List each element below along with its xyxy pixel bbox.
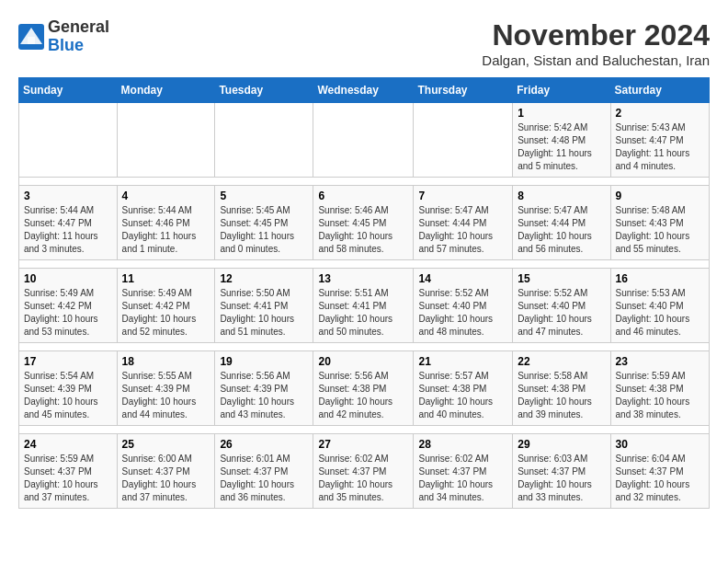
day-info: Sunrise: 6:03 AM Sunset: 4:37 PM Dayligh… [518, 453, 605, 504]
day-info: Sunrise: 5:57 AM Sunset: 4:38 PM Dayligh… [418, 370, 507, 421]
calendar-cell: 14Sunrise: 5:52 AM Sunset: 4:40 PM Dayli… [414, 269, 513, 343]
calendar-cell: 25Sunrise: 6:00 AM Sunset: 4:37 PM Dayli… [117, 434, 215, 509]
day-number: 7 [418, 190, 507, 202]
calendar-cell: 28Sunrise: 6:02 AM Sunset: 4:37 PM Dayli… [414, 434, 513, 509]
calendar-cell: 5Sunrise: 5:45 AM Sunset: 4:45 PM Daylig… [215, 186, 313, 260]
row-divider [19, 426, 710, 434]
day-number: 2 [616, 107, 704, 120]
calendar-cell: 26Sunrise: 6:01 AM Sunset: 4:37 PM Dayli… [215, 434, 313, 509]
day-number: 25 [122, 438, 210, 451]
calendar-week-row: 24Sunrise: 5:59 AM Sunset: 4:37 PM Dayli… [19, 434, 710, 509]
weekday-row: SundayMondayTuesdayWednesdayThursdayFrid… [19, 78, 710, 103]
day-info: Sunrise: 6:02 AM Sunset: 4:37 PM Dayligh… [418, 453, 507, 504]
calendar-cell: 19Sunrise: 5:56 AM Sunset: 4:39 PM Dayli… [215, 351, 313, 426]
calendar-cell: 15Sunrise: 5:52 AM Sunset: 4:40 PM Dayli… [513, 269, 610, 343]
calendar-title: November 2024 [482, 18, 710, 52]
calendar-cell: 9Sunrise: 5:48 AM Sunset: 4:43 PM Daylig… [610, 186, 709, 260]
row-divider [19, 178, 710, 186]
calendar-cell: 11Sunrise: 5:49 AM Sunset: 4:42 PM Dayli… [117, 269, 215, 343]
calendar-cell: 3Sunrise: 5:44 AM Sunset: 4:47 PM Daylig… [19, 186, 118, 260]
day-number: 24 [24, 438, 112, 451]
calendar-cell: 27Sunrise: 6:02 AM Sunset: 4:37 PM Dayli… [313, 434, 414, 509]
day-info: Sunrise: 5:54 AM Sunset: 4:39 PM Dayligh… [24, 370, 112, 421]
weekday-header: Friday [513, 78, 610, 103]
day-info: Sunrise: 5:42 AM Sunset: 4:48 PM Dayligh… [518, 121, 605, 173]
day-info: Sunrise: 5:56 AM Sunset: 4:39 PM Dayligh… [220, 370, 308, 421]
day-info: Sunrise: 6:02 AM Sunset: 4:37 PM Dayligh… [318, 453, 408, 504]
day-info: Sunrise: 5:46 AM Sunset: 4:45 PM Dayligh… [318, 204, 408, 256]
calendar-table: SundayMondayTuesdayWednesdayThursdayFrid… [18, 77, 710, 509]
calendar-week-row: 17Sunrise: 5:54 AM Sunset: 4:39 PM Dayli… [19, 351, 710, 426]
calendar-cell: 13Sunrise: 5:51 AM Sunset: 4:41 PM Dayli… [313, 269, 414, 343]
day-number: 11 [122, 272, 210, 285]
day-info: Sunrise: 5:48 AM Sunset: 4:43 PM Dayligh… [616, 204, 704, 256]
day-number: 28 [418, 438, 507, 451]
calendar-cell [215, 103, 313, 178]
weekday-header: Thursday [414, 78, 513, 103]
day-info: Sunrise: 5:45 AM Sunset: 4:45 PM Dayligh… [220, 204, 308, 256]
day-info: Sunrise: 6:04 AM Sunset: 4:37 PM Dayligh… [616, 453, 704, 504]
calendar-cell: 16Sunrise: 5:53 AM Sunset: 4:40 PM Dayli… [610, 269, 709, 343]
day-info: Sunrise: 5:58 AM Sunset: 4:38 PM Dayligh… [518, 370, 605, 421]
calendar-cell: 7Sunrise: 5:47 AM Sunset: 4:44 PM Daylig… [414, 186, 513, 260]
day-info: Sunrise: 5:56 AM Sunset: 4:38 PM Dayligh… [318, 370, 408, 421]
calendar-body: 1Sunrise: 5:42 AM Sunset: 4:48 PM Daylig… [19, 103, 710, 509]
calendar-cell: 21Sunrise: 5:57 AM Sunset: 4:38 PM Dayli… [414, 351, 513, 426]
calendar-cell: 23Sunrise: 5:59 AM Sunset: 4:38 PM Dayli… [610, 351, 709, 426]
day-number: 14 [418, 272, 507, 285]
calendar-cell: 22Sunrise: 5:58 AM Sunset: 4:38 PM Dayli… [513, 351, 610, 426]
day-number: 1 [518, 107, 605, 120]
day-number: 12 [220, 272, 308, 285]
day-number: 27 [318, 438, 408, 451]
day-number: 29 [518, 438, 605, 451]
calendar-cell: 30Sunrise: 6:04 AM Sunset: 4:37 PM Dayli… [610, 434, 709, 509]
day-info: Sunrise: 5:47 AM Sunset: 4:44 PM Dayligh… [518, 204, 605, 256]
weekday-header: Wednesday [313, 78, 414, 103]
calendar-cell [117, 103, 215, 178]
weekday-header: Saturday [610, 78, 709, 103]
day-number: 13 [318, 272, 408, 285]
calendar-cell [313, 103, 414, 178]
day-number: 20 [318, 355, 408, 368]
day-info: Sunrise: 5:52 AM Sunset: 4:40 PM Dayligh… [418, 287, 507, 339]
day-info: Sunrise: 5:55 AM Sunset: 4:39 PM Dayligh… [122, 370, 210, 421]
logo-icon [18, 24, 44, 50]
day-info: Sunrise: 5:53 AM Sunset: 4:40 PM Dayligh… [616, 287, 704, 339]
day-number: 4 [122, 190, 210, 202]
calendar-cell: 10Sunrise: 5:49 AM Sunset: 4:42 PM Dayli… [19, 269, 118, 343]
day-number: 15 [518, 272, 605, 285]
day-number: 17 [24, 355, 112, 368]
day-info: Sunrise: 6:01 AM Sunset: 4:37 PM Dayligh… [220, 453, 308, 504]
day-number: 9 [616, 190, 704, 202]
day-number: 30 [616, 438, 704, 451]
calendar-cell: 1Sunrise: 5:42 AM Sunset: 4:48 PM Daylig… [513, 103, 610, 178]
day-info: Sunrise: 5:44 AM Sunset: 4:46 PM Dayligh… [122, 204, 210, 256]
day-number: 6 [318, 190, 408, 202]
calendar-cell: 17Sunrise: 5:54 AM Sunset: 4:39 PM Dayli… [19, 351, 118, 426]
weekday-header: Tuesday [215, 78, 313, 103]
header: General Blue November 2024 Dalgan, Sista… [18, 18, 710, 68]
svg-rect-2 [28, 37, 35, 44]
logo-general: General [48, 17, 109, 36]
calendar-cell: 24Sunrise: 5:59 AM Sunset: 4:37 PM Dayli… [19, 434, 118, 509]
weekday-header: Monday [117, 78, 215, 103]
calendar-week-row: 10Sunrise: 5:49 AM Sunset: 4:42 PM Dayli… [19, 269, 710, 343]
calendar-header: SundayMondayTuesdayWednesdayThursdayFrid… [19, 78, 710, 103]
logo: General Blue [18, 18, 109, 55]
day-number: 23 [616, 355, 704, 368]
calendar-subtitle: Dalgan, Sistan and Baluchestan, Iran [482, 52, 710, 68]
day-number: 3 [24, 190, 112, 202]
day-number: 5 [220, 190, 308, 202]
day-info: Sunrise: 5:47 AM Sunset: 4:44 PM Dayligh… [418, 204, 507, 256]
calendar-cell: 6Sunrise: 5:46 AM Sunset: 4:45 PM Daylig… [313, 186, 414, 260]
calendar-week-row: 3Sunrise: 5:44 AM Sunset: 4:47 PM Daylig… [19, 186, 710, 260]
day-info: Sunrise: 5:52 AM Sunset: 4:40 PM Dayligh… [518, 287, 605, 339]
row-divider [19, 260, 710, 269]
day-number: 21 [418, 355, 507, 368]
calendar-cell: 29Sunrise: 6:03 AM Sunset: 4:37 PM Dayli… [513, 434, 610, 509]
logo-text: General Blue [48, 18, 109, 55]
day-info: Sunrise: 5:59 AM Sunset: 4:37 PM Dayligh… [24, 453, 112, 504]
day-number: 22 [518, 355, 605, 368]
title-area: November 2024 Dalgan, Sistan and Baluche… [482, 18, 710, 68]
calendar-cell [19, 103, 118, 178]
